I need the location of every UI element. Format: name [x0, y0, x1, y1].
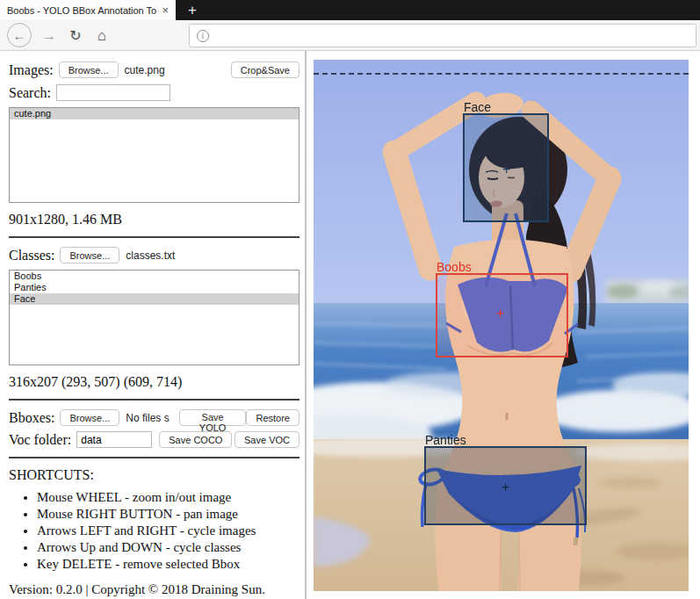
search-label: Search: — [9, 85, 51, 101]
browser-navbar: ← → ↻ ⌂ i — [0, 20, 700, 51]
bboxes-label: Bboxes: — [9, 410, 54, 426]
shortcut-item: Arrows LEFT and RIGHT - cycle images — [37, 523, 299, 539]
bbox-label: Face — [464, 100, 491, 114]
image-listbox[interactable]: cute.png — [9, 107, 299, 203]
site-info-icon[interactable]: i — [197, 30, 209, 42]
shortcut-item: Mouse WHEEL - zoom in/out image — [37, 489, 299, 506]
image-list-item[interactable]: cute.png — [10, 108, 299, 119]
save-yolo-button[interactable]: Save YOLO — [179, 409, 247, 426]
bbox-center-marker: + — [502, 162, 510, 177]
bbox-panties[interactable]: Panties + — [424, 446, 587, 525]
annotation-tool-panel: Images: Browse... cute.png Crop&Save Sea… — [9, 61, 299, 597]
url-bar[interactable]: i — [189, 24, 696, 47]
voc-folder-input[interactable] — [76, 431, 152, 448]
bbox-boobs[interactable]: Boobs + — [436, 273, 568, 357]
divider — [9, 457, 299, 458]
shortcuts-title: SHORTCUTS: — [9, 467, 299, 483]
home-icon[interactable]: ⌂ — [91, 20, 112, 51]
save-voc-button[interactable]: Save VOC — [235, 431, 299, 448]
bboxes-browse-button[interactable]: Browse... — [60, 409, 119, 426]
browser-tab-bar: Boobs - YOLO BBox Annotation Too × + — [0, 0, 700, 20]
bbox-info: 316x207 (293, 507) (609, 714) — [9, 374, 299, 390]
class-list-item[interactable]: Boobs — [10, 271, 299, 282]
back-icon[interactable]: ← — [7, 23, 32, 47]
annotation-canvas[interactable]: Face + Boobs + Panties + — [314, 60, 689, 591]
version-text: Version: 0.2.0 | Copyright © 2018 Draini… — [9, 582, 299, 597]
new-tab-icon[interactable]: + — [188, 2, 197, 19]
save-coco-button[interactable]: Save COCO — [159, 431, 232, 448]
restore-button[interactable]: Restore — [246, 409, 299, 426]
bbox-center-marker: + — [496, 307, 504, 321]
images-browse-button[interactable]: Browse... — [59, 61, 119, 78]
search-row: Search: — [9, 84, 299, 101]
class-list-item[interactable]: Face — [10, 293, 299, 305]
bbox-label: Boobs — [437, 260, 472, 274]
tab-title: Boobs - YOLO BBox Annotation Too — [7, 5, 156, 16]
classes-file-name: classes.txt — [126, 249, 175, 262]
reload-icon[interactable]: ↻ — [65, 20, 86, 51]
crop-save-button[interactable]: Crop&Save — [231, 61, 299, 78]
browser-tab[interactable]: Boobs - YOLO BBox Annotation Too × — [0, 0, 176, 20]
classes-label: Classes: — [9, 248, 54, 263]
bbox-label: Panties — [425, 433, 466, 447]
shortcut-item: Key DELETE - remove selected Bbox — [37, 556, 299, 573]
images-row: Images: Browse... cute.png Crop&Save — [9, 61, 299, 78]
voc-row: Voc folder: Save COCO Save VOC — [9, 431, 299, 448]
shortcuts-list: Mouse WHEEL - zoom in/out image Mouse RI… — [25, 489, 299, 573]
current-image-name: cute.png — [125, 64, 165, 76]
divider — [9, 236, 299, 238]
panel-divider — [305, 51, 307, 599]
close-tab-icon[interactable]: × — [162, 4, 169, 17]
voc-folder-label: Voc folder: — [9, 432, 71, 448]
forward-icon[interactable]: → — [39, 20, 60, 51]
class-list-item[interactable]: Panties — [10, 282, 299, 293]
shortcut-item: Mouse RIGHT BUTTON - pan image — [37, 506, 299, 523]
divider — [9, 399, 299, 401]
tab-bar-rest: + — [176, 0, 700, 20]
bboxes-file-status: No files s — [126, 412, 171, 424]
images-label: Images: — [9, 62, 54, 78]
bbox-face[interactable]: Face + — [463, 113, 549, 222]
bbox-center-marker: + — [502, 480, 509, 494]
classes-row: Classes: Browse... classes.txt — [9, 247, 299, 263]
crosshair-guide-line — [314, 73, 689, 75]
shortcut-item: Arrows Up and DOWN - cycle classes — [37, 539, 299, 556]
bboxes-row: Bboxes: Browse... No files s Save YOLO R… — [9, 409, 299, 426]
class-listbox[interactable]: Boobs Panties Face — [9, 270, 299, 365]
search-input[interactable] — [56, 84, 170, 101]
classes-browse-button[interactable]: Browse... — [60, 247, 119, 263]
image-info: 901x1280, 1.46 MB — [9, 212, 299, 227]
